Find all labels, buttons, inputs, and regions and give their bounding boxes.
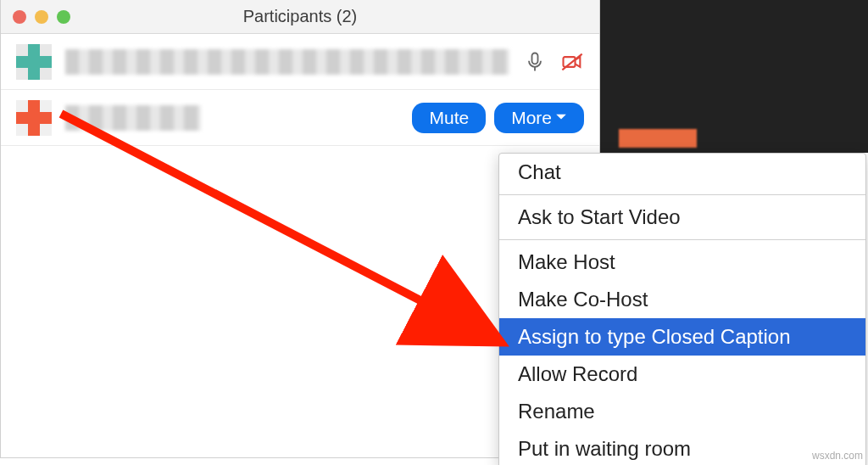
participant-context-menu: Chat Ask to Start Video Make Host Make C… bbox=[498, 153, 866, 465]
mute-button-label: Mute bbox=[429, 108, 469, 128]
background-orange-accent bbox=[619, 129, 697, 148]
svg-rect-0 bbox=[532, 53, 538, 64]
menu-separator bbox=[499, 239, 865, 240]
more-button[interactable]: More bbox=[494, 103, 584, 133]
window-title: Participants (2) bbox=[1, 7, 599, 26]
more-button-label: More bbox=[511, 108, 552, 128]
participant-name-redacted bbox=[65, 49, 509, 75]
participant-row[interactable]: Mute More bbox=[1, 90, 599, 146]
menu-item-allow-record[interactable]: Allow Record bbox=[499, 356, 865, 393]
avatar bbox=[16, 44, 52, 80]
menu-item-assign-closed-caption[interactable]: Assign to type Closed Caption bbox=[499, 318, 865, 356]
menu-item-label: Rename bbox=[518, 400, 595, 423]
menu-item-label: Chat bbox=[518, 160, 561, 183]
close-button[interactable] bbox=[13, 10, 26, 24]
menu-item-label: Ask to Start Video bbox=[518, 205, 681, 228]
minimize-button[interactable] bbox=[35, 10, 48, 24]
titlebar: Participants (2) bbox=[1, 0, 599, 34]
menu-item-label: Allow Record bbox=[518, 362, 637, 385]
menu-item-label: Make Host bbox=[518, 250, 615, 273]
menu-item-label: Put in waiting room bbox=[518, 437, 691, 460]
menu-item-waiting-room[interactable]: Put in waiting room bbox=[499, 430, 865, 465]
participant-name-redacted bbox=[65, 105, 201, 131]
chevron-down-icon bbox=[555, 110, 567, 126]
avatar bbox=[16, 100, 52, 136]
menu-item-label: Assign to type Closed Caption bbox=[518, 325, 791, 348]
window-controls bbox=[1, 10, 70, 24]
participant-row[interactable] bbox=[1, 34, 599, 90]
maximize-button[interactable] bbox=[57, 10, 70, 24]
microphone-icon bbox=[523, 50, 547, 74]
menu-item-make-co-host[interactable]: Make Co-Host bbox=[499, 281, 865, 318]
menu-item-make-host[interactable]: Make Host bbox=[499, 244, 865, 281]
camera-off-icon bbox=[560, 50, 584, 74]
mute-button[interactable]: Mute bbox=[412, 103, 486, 133]
menu-separator bbox=[499, 194, 865, 195]
watermark: wsxdn.com bbox=[812, 450, 863, 462]
menu-item-rename[interactable]: Rename bbox=[499, 393, 865, 430]
menu-item-chat[interactable]: Chat bbox=[499, 154, 865, 191]
menu-item-ask-start-video[interactable]: Ask to Start Video bbox=[499, 199, 865, 236]
menu-item-label: Make Co-Host bbox=[518, 288, 648, 311]
